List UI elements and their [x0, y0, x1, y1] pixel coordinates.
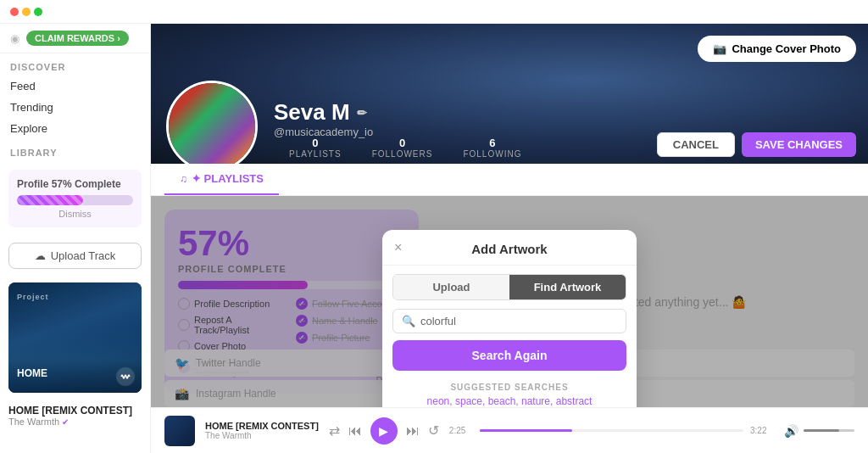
modal-suggested-title: SUGGESTED SEARCHES — [392, 383, 626, 392]
modal-search-icon: 🔍 — [402, 315, 415, 327]
profile-name-text: Seva M — [274, 99, 350, 126]
main-content: Seva M ✏ @musicacademy_io 0 PLAYLISTS 0 … — [151, 24, 868, 453]
repeat-button[interactable]: ↺ — [428, 422, 439, 439]
modal-close-button[interactable]: × — [394, 240, 402, 255]
track-project-label: Project — [17, 293, 49, 301]
claim-rewards-button[interactable]: CLAIM REWARDS › — [26, 31, 129, 46]
sidebar-progress-bar-fill — [17, 195, 83, 205]
top-bar — [0, 0, 868, 24]
sidebar-track-info: HOME [REMIX CONTEST] The Warmth ✔ — [0, 400, 150, 432]
stat-following: 6 FOLLOWING — [448, 131, 537, 164]
volume-filled — [804, 429, 839, 432]
profile-name: Seva M ✏ — [274, 99, 373, 126]
discover-section-title: DISCOVER — [0, 53, 150, 76]
stat-playlists: 0 PLAYLISTS — [274, 131, 357, 164]
sidebar-circle-icon: ◉ — [10, 32, 19, 45]
edit-name-icon[interactable]: ✏ — [357, 106, 367, 120]
shuffle-button[interactable]: ⇄ — [329, 422, 340, 439]
tab-playlists[interactable]: ♫ ✦ PLAYLISTS — [164, 164, 279, 195]
app-container: ◉ CLAIM REWARDS › DISCOVER Feed Trending… — [0, 0, 868, 453]
sidebar-progress-bar-bg — [17, 195, 133, 205]
upload-track-label: Upload Track — [51, 249, 116, 262]
stat-following-num: 6 — [463, 137, 521, 149]
dismiss-link[interactable]: Dismiss — [17, 209, 133, 219]
sidebar-top: ◉ CLAIM REWARDS › — [0, 24, 150, 53]
modal-title: Add Artwork — [471, 242, 547, 256]
modal-suggested-tags[interactable]: neon, space, beach, nature, abstract — [392, 395, 626, 407]
player-thumbnail — [164, 416, 195, 446]
tab-playlists-label: ✦ PLAYLISTS — [192, 172, 264, 185]
track-name-overlay: HOME — [17, 367, 47, 379]
profile-complete-card: Profile 57% Complete Dismiss — [8, 170, 142, 227]
progress-stripes — [17, 195, 83, 205]
bottom-player: HOME [REMIX CONTEST] The Warmth ⇄ ⏮ ▶ ⏭ … — [151, 407, 868, 453]
sidebar-track-title: HOME [REMIX CONTEST] — [8, 405, 142, 417]
stat-followers: 0 FOLLOWERS — [357, 131, 448, 164]
prev-button[interactable]: ⏮ — [348, 423, 362, 439]
player-controls: ⇄ ⏮ ▶ ⏭ ↺ — [329, 417, 439, 445]
player-time-total: 3:22 — [750, 426, 774, 435]
profile-header: Seva M ✏ @musicacademy_io 0 PLAYLISTS 0 … — [151, 24, 868, 164]
add-artwork-modal: × Add Artwork Upload Find Artwork 🔍 colo… — [382, 230, 637, 407]
dot-red — [10, 8, 19, 16]
player-track-title: HOME [REMIX CONTEST] — [205, 421, 319, 431]
progress-track[interactable] — [480, 429, 743, 432]
sidebar-item-trending[interactable]: Trending — [0, 97, 150, 118]
change-cover-photo-button[interactable]: 📷 Change Cover Photo — [698, 36, 856, 62]
profile-tabs: ♫ ✦ PLAYLISTS — [151, 164, 868, 196]
header-action-buttons: CANCEL SAVE CHANGES — [657, 132, 856, 157]
profile-avatar — [166, 81, 258, 164]
change-cover-label: Change Cover Photo — [732, 42, 841, 55]
sidebar-item-explore[interactable]: Explore — [0, 118, 150, 139]
library-section-title: LIBRARY — [0, 139, 150, 161]
sidebar-track-artist: The Warmth ✔ — [8, 417, 142, 427]
player-track-info: HOME [REMIX CONTEST] The Warmth — [205, 421, 319, 440]
sidebar: ◉ CLAIM REWARDS › DISCOVER Feed Trending… — [0, 24, 151, 453]
modal-tabs: Upload Find Artwork — [392, 274, 626, 300]
save-changes-button[interactable]: SAVE CHANGES — [742, 132, 856, 157]
sidebar-item-feed[interactable]: Feed — [0, 76, 150, 97]
profile-avatar-inner — [169, 83, 255, 164]
sidebar-track-thumbnail[interactable]: Project HOME — [8, 282, 142, 393]
volume-bar[interactable] — [804, 429, 854, 432]
player-progress: 2:25 3:22 — [449, 426, 774, 435]
modal-header: × Add Artwork — [382, 230, 637, 266]
volume-icon: 🔊 — [784, 424, 798, 438]
verified-icon: ✔ — [62, 417, 69, 427]
play-pause-button[interactable]: ▶ — [370, 417, 398, 445]
artist-name: The Warmth — [8, 417, 59, 427]
profile-complete-title: Profile 57% Complete — [17, 178, 133, 190]
next-button[interactable]: ⏭ — [406, 423, 420, 439]
stat-followers-label: FOLLOWERS — [372, 149, 433, 159]
profile-body: 57% PROFILE COMPLETE Profile Description — [151, 196, 868, 407]
upload-track-button[interactable]: ☁ Upload Track — [8, 243, 142, 269]
stat-playlists-num: 0 — [289, 137, 342, 149]
stat-playlists-label: PLAYLISTS — [289, 149, 342, 159]
modal-tab-find-artwork[interactable]: Find Artwork — [509, 275, 626, 299]
player-time-current: 2:25 — [449, 426, 473, 435]
wave-icon — [116, 367, 135, 386]
tab-playlists-icon: ♫ — [180, 173, 187, 185]
modal-suggested: SUGGESTED SEARCHES neon, space, beach, n… — [382, 379, 637, 407]
upload-icon: ☁ — [35, 249, 46, 262]
stat-following-label: FOLLOWING — [463, 149, 521, 159]
modal-search-row: 🔍 colorful — [392, 309, 626, 333]
camera-icon: 📷 — [713, 42, 726, 55]
profile-stats: 0 PLAYLISTS 0 FOLLOWERS 6 FOLLOWING — [274, 131, 682, 164]
player-track-artist: The Warmth — [205, 431, 319, 440]
modal-tab-upload[interactable]: Upload — [393, 275, 509, 299]
volume-area: 🔊 — [784, 424, 854, 438]
cancel-button[interactable]: CANCEL — [657, 132, 735, 157]
main-area: ◉ CLAIM REWARDS › DISCOVER Feed Trending… — [0, 24, 868, 453]
modal-search-again-button[interactable]: Search Again — [392, 340, 626, 371]
modal-overlay[interactable]: × Add Artwork Upload Find Artwork 🔍 colo… — [151, 196, 868, 407]
dot-green — [34, 8, 42, 16]
dot-yellow — [22, 8, 31, 16]
stat-followers-num: 0 — [372, 137, 433, 149]
modal-search-value: colorful — [420, 315, 617, 327]
progress-filled — [480, 429, 572, 432]
